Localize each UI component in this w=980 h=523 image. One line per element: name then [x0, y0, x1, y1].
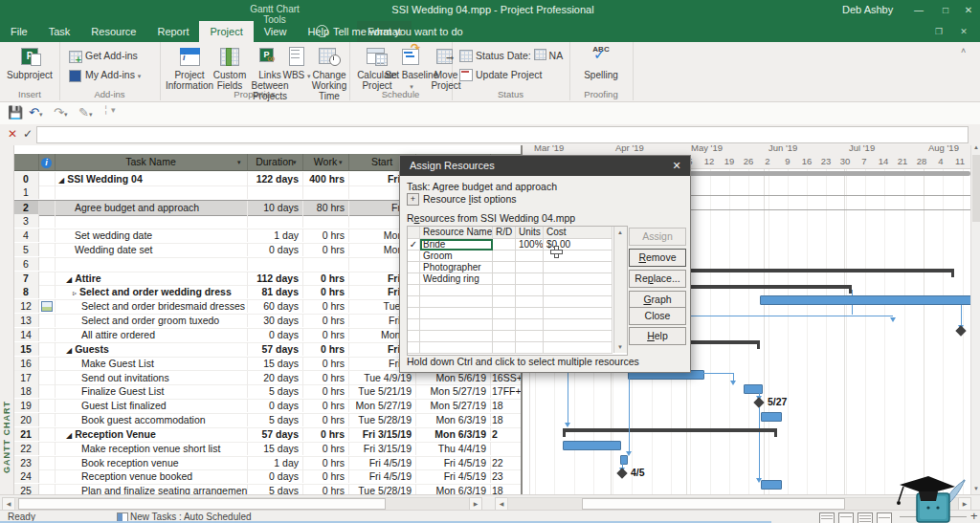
task-name-cell[interactable]: [55, 257, 248, 271]
duration-cell[interactable]: 15 days: [247, 442, 303, 455]
work-filter-icon[interactable]: ▾: [339, 154, 343, 170]
resource-table-scrollbar[interactable]: ▲▼: [613, 227, 627, 353]
duration-cell[interactable]: [247, 214, 303, 228]
duration-cell[interactable]: 15 days: [247, 357, 303, 370]
indicators-column-header[interactable]: i: [38, 154, 56, 170]
minimize-icon[interactable]: —: [907, 0, 930, 21]
document-close-icon[interactable]: ✕: [955, 23, 972, 40]
duration-cell[interactable]: 1 day: [247, 456, 303, 469]
resource-check-cell[interactable]: [408, 262, 420, 273]
predecessors-cell[interactable]: 18: [490, 484, 522, 494]
document-restore-icon[interactable]: ❐: [930, 23, 947, 40]
duration-cell[interactable]: 20 days: [247, 371, 303, 384]
update-project-button[interactable]: Update Project: [459, 67, 542, 82]
resource-rd-cell[interactable]: [493, 251, 516, 262]
task-row-23[interactable]: 23Book reception venue1 day0 hrsFri 4/5/…: [13, 456, 522, 471]
work-cell[interactable]: 0 hrs: [302, 342, 349, 356]
scroll-up-icon[interactable]: ▲: [615, 227, 625, 238]
task-name-cell[interactable]: Reception venue booked: [55, 469, 248, 483]
resource-rd-cell[interactable]: [493, 285, 516, 296]
resource-rd-cell[interactable]: [493, 273, 516, 285]
task-row-18[interactable]: 18Finalize Guest List5 days0 hrsTue 5/21…: [13, 384, 522, 400]
duration-cell[interactable]: 30 days: [247, 314, 303, 327]
view-team-planner-icon[interactable]: [858, 512, 873, 523]
resource-name-cell[interactable]: Photographer: [420, 262, 493, 273]
work-cell[interactable]: 0 hrs: [302, 243, 349, 256]
task-name-cell[interactable]: Make Guest List: [55, 357, 248, 370]
predecessors-cell[interactable]: 18: [490, 399, 522, 412]
finish-cell[interactable]: Mon 6/3/19: [415, 484, 491, 494]
customize-qat-icon[interactable]: ╎ ▾: [103, 105, 115, 115]
collapse-icon[interactable]: ◢: [66, 431, 72, 440]
resource-check-cell[interactable]: ✓: [408, 239, 420, 251]
table-hscrollbar-thumb[interactable]: [18, 498, 386, 510]
task-name-cell[interactable]: ◢SSI Wedding 04: [55, 172, 248, 185]
row-number[interactable]: 17: [13, 371, 39, 384]
resource-rd-cell[interactable]: [493, 308, 516, 319]
work-cell[interactable]: 0 hrs: [302, 328, 349, 341]
task-bar[interactable]: [760, 295, 970, 305]
resource-name-cell[interactable]: Bride: [420, 239, 493, 251]
duration-cell[interactable]: 0 days: [247, 469, 303, 483]
duration-cell[interactable]: 0 days: [247, 399, 303, 412]
resource-cost-cell[interactable]: [544, 319, 612, 331]
finish-cell[interactable]: Thu 4/4/19: [415, 442, 491, 455]
finish-cell[interactable]: Mon 6/3/19: [415, 427, 491, 441]
subproject-button[interactable]: PSubproject: [2, 45, 57, 80]
get-add-ins-button[interactable]: +Get Add-ins: [69, 48, 138, 63]
task-name-cell[interactable]: Send out invitations: [55, 371, 248, 384]
work-cell[interactable]: 0 hrs: [302, 314, 349, 327]
start-cell[interactable]: Mon 5/27/19: [348, 399, 416, 412]
resource-units-cell[interactable]: [516, 296, 544, 308]
task-name-cell[interactable]: ▹Select and order wedding dress: [55, 285, 248, 298]
task-name-cell[interactable]: ◢Guests: [55, 342, 248, 356]
resource-units-cell[interactable]: [516, 285, 544, 296]
resource-cost-cell[interactable]: [544, 285, 612, 296]
row-number[interactable]: 23: [13, 456, 39, 469]
work-cell[interactable]: [302, 257, 349, 271]
predecessors-cell[interactable]: [490, 442, 522, 455]
task-bar[interactable]: [761, 412, 782, 422]
work-cell[interactable]: 0 hrs: [302, 272, 349, 285]
resource-rd-cell[interactable]: [493, 342, 516, 354]
chart-hscrollbar-thumb[interactable]: [582, 498, 845, 510]
task-name-cell[interactable]: Make reception venue short list: [55, 442, 248, 455]
redo-icon[interactable]: ↷▾: [54, 105, 67, 120]
duration-cell[interactable]: 5 days: [247, 413, 303, 426]
resource-units-cell[interactable]: 100%: [516, 239, 544, 251]
task-name-cell[interactable]: Set wedding date: [55, 229, 248, 242]
row-number[interactable]: 0: [13, 172, 39, 185]
predecessors-cell[interactable]: 2: [490, 427, 522, 441]
resource-units-cell[interactable]: [516, 319, 544, 331]
select-all-corner[interactable]: [13, 154, 39, 170]
resource-check-cell[interactable]: [408, 273, 420, 285]
task-name-cell[interactable]: Book reception venue: [55, 456, 248, 469]
work-cell[interactable]: 0 hrs: [302, 399, 349, 412]
duration-cell[interactable]: [247, 257, 303, 271]
work-cell[interactable]: 0 hrs: [302, 484, 349, 494]
start-cell[interactable]: Tue 5/21/19: [348, 384, 416, 398]
close-icon[interactable]: ✕: [957, 0, 980, 21]
chart-vertical-scrollbar[interactable]: ▲ ▼: [970, 142, 980, 494]
touch-mode-icon[interactable]: ✎▾: [78, 105, 92, 120]
row-number[interactable]: 13: [13, 314, 39, 327]
task-name-column-header[interactable]: Task Name: [55, 154, 248, 170]
resource-name-cell[interactable]: [420, 296, 493, 308]
resource-name-cell[interactable]: [420, 285, 493, 296]
row-number[interactable]: 7: [13, 272, 39, 285]
row-number[interactable]: 24: [13, 469, 39, 483]
task-row-25[interactable]: 25Plan and finalize seating arrangements…: [13, 484, 522, 494]
start-cell[interactable]: Fri 3/15/19: [348, 427, 416, 441]
task-name-cell[interactable]: Wedding date set: [55, 243, 248, 256]
row-number[interactable]: 1: [13, 185, 39, 199]
row-number[interactable]: 3: [13, 214, 39, 228]
duration-cell[interactable]: 81 days: [247, 285, 303, 298]
chart-scroll-left-icon[interactable]: ◀: [495, 497, 508, 511]
resource-cost-cell[interactable]: [544, 262, 612, 273]
duration-cell[interactable]: 0 days: [247, 243, 303, 256]
tab-task[interactable]: Task: [38, 21, 81, 42]
resource-cost-cell[interactable]: [544, 308, 612, 319]
work-cell[interactable]: 0 hrs: [302, 456, 349, 469]
task-row-21[interactable]: 21◢Reception Venue57 days0 hrsFri 3/15/1…: [13, 427, 522, 443]
task-bar[interactable]: [761, 480, 782, 490]
